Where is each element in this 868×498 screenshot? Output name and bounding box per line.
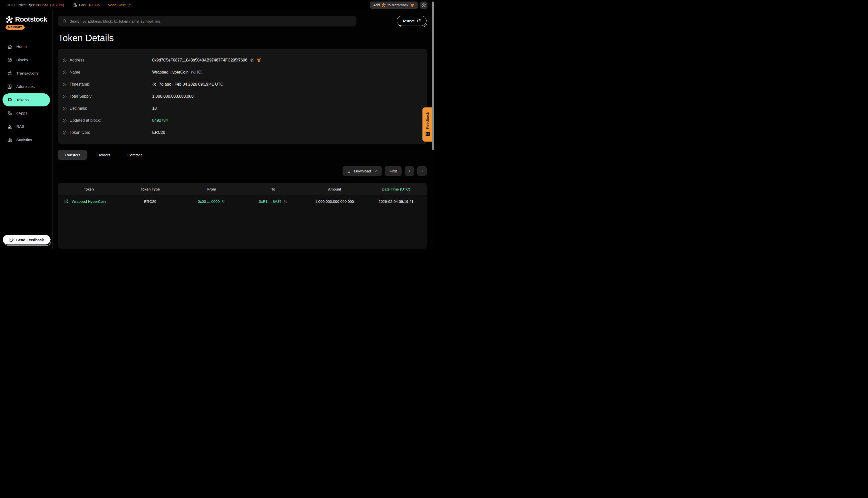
edit-document-icon xyxy=(9,237,14,242)
gas-label: Gas: xyxy=(79,3,87,7)
info-icon xyxy=(63,94,67,99)
detail-tabs: Transfers Holders Contract xyxy=(58,150,434,160)
download-icon xyxy=(347,169,351,173)
col-from: From xyxy=(181,187,242,191)
ras-icon xyxy=(7,124,13,129)
to-metamask-label: to Metamask xyxy=(388,3,409,7)
sidebar-item-home[interactable]: Home xyxy=(2,40,50,53)
transfers-table: Token Token Type From To Amount Date Tim… xyxy=(58,183,427,249)
home-icon xyxy=(7,44,13,50)
sidebar-item-label: Tokens xyxy=(16,97,29,102)
sidebar: Rootstock MAINNET Home Blocks Transactio… xyxy=(0,10,53,249)
timestamp-value: 7d ago | Feb 04 2026 09:19:41 UTC xyxy=(159,82,223,87)
sidebar-item-label: Statistics xyxy=(16,137,32,142)
row-to-link[interactable]: 0xE1 ... 8A35 xyxy=(259,199,282,204)
token-details-card: Address: 0x9d7C5eF087711043b5040AB97487F… xyxy=(58,49,427,144)
add-label: Add xyxy=(373,3,380,7)
sidebar-item-label: dApps xyxy=(16,111,27,116)
open-transfer-icon[interactable] xyxy=(64,199,68,204)
sidebar-item-blocks[interactable]: Blocks xyxy=(2,53,50,66)
page-title: Token Details xyxy=(58,33,434,43)
feedback-tab-label: Feedback xyxy=(425,112,430,129)
rootstock-widget-button[interactable] xyxy=(420,1,427,9)
testnet-button[interactable]: Testnet xyxy=(397,16,426,26)
address-value: 0x9d7C5eF087711043b5040AB97487F4FC295f76… xyxy=(152,58,247,63)
feedback-side-tab[interactable]: Feedback xyxy=(423,107,432,142)
updated-block-label: Updated at block: xyxy=(69,118,101,123)
sidebar-item-transactions[interactable]: Transactions xyxy=(2,67,50,80)
detail-row-decimals: Decimals: 18 xyxy=(63,102,427,115)
network-badge: MAINNET xyxy=(5,25,25,30)
search-input[interactable] xyxy=(69,19,352,23)
detail-row-timestamp: Timestamp: 7d ago | Feb 04 2026 09:19:41… xyxy=(63,78,427,90)
info-icon xyxy=(63,70,67,75)
row-token-link[interactable]: Wrapped HyperCoin xyxy=(72,199,106,204)
col-amount: Amount xyxy=(304,187,365,191)
addresses-icon xyxy=(7,84,13,89)
timestamp-label: Timestamp: xyxy=(69,82,90,87)
table-row: Wrapped HyperCoin ERC20 0x00 ... 0000 0x… xyxy=(58,195,427,208)
total-supply-value: 1,000,000,000,000,000 xyxy=(152,94,194,99)
gas-value: $0.036 xyxy=(88,3,100,7)
token-name-value: Wrapped HyperCoin xyxy=(152,70,189,75)
blocks-icon xyxy=(7,57,13,63)
download-button[interactable]: Download xyxy=(342,166,382,176)
gas-pump-icon xyxy=(73,3,77,7)
scrollbar-thumb[interactable] xyxy=(432,1,434,150)
add-to-metamask-button[interactable]: Add to Metamask xyxy=(370,1,418,9)
sidebar-item-label: Blocks xyxy=(16,58,28,62)
decimals-value: 18 xyxy=(152,106,157,111)
row-token-type: ERC20 xyxy=(119,199,181,204)
brand-name: Rootstock xyxy=(15,16,47,23)
sidebar-item-addresses[interactable]: Addresses xyxy=(2,80,50,93)
next-page-button[interactable] xyxy=(417,166,427,176)
need-gas-label: Need Gas? xyxy=(108,3,126,7)
address-label: Address: xyxy=(69,58,86,63)
copy-from-icon[interactable] xyxy=(222,199,225,203)
add-token-metamask-fox-icon[interactable] xyxy=(257,58,261,63)
row-datetime: 2026-02-04 09:19:41 xyxy=(365,199,427,204)
sidebar-item-ras[interactable]: RAS xyxy=(2,120,50,133)
rootstock-mini-icon xyxy=(381,3,386,7)
info-icon xyxy=(63,131,67,135)
sidebar-item-label: Transactions xyxy=(16,71,38,76)
send-feedback-button[interactable]: Send Feedback xyxy=(3,235,50,245)
tab-holders[interactable]: Holders xyxy=(91,150,117,160)
row-from-link[interactable]: 0x00 ... 0000 xyxy=(198,199,220,204)
need-gas-link[interactable]: Need Gas? xyxy=(108,3,131,7)
transactions-icon xyxy=(7,70,13,76)
tab-transfers[interactable]: Transfers xyxy=(58,150,87,160)
sidebar-item-dapps[interactable]: dApps xyxy=(2,107,50,120)
first-page-button[interactable]: First xyxy=(385,166,402,176)
main-content: Testnet Token Details Address: 0x9d7C5eF… xyxy=(53,10,434,249)
tab-contract[interactable]: Contract xyxy=(121,150,148,160)
dapps-icon xyxy=(7,110,13,116)
send-feedback-label: Send Feedback xyxy=(16,238,44,242)
search-icon xyxy=(62,19,67,23)
prev-page-button[interactable] xyxy=(405,166,414,176)
updated-block-link[interactable]: 8492784 xyxy=(152,118,168,123)
topbar: RBTC Price: $66,383.99 (-4.28%) Gas: $0.… xyxy=(0,0,434,10)
col-token-type: Token Type xyxy=(119,187,181,191)
table-toolbar: Download First xyxy=(58,166,427,176)
sidebar-item-tokens[interactable]: Tokens xyxy=(2,93,50,106)
rbtc-price-value: $66,383.99 xyxy=(29,3,48,7)
col-to: To xyxy=(242,187,304,191)
sidebar-item-label: Home xyxy=(16,44,27,49)
copy-address-icon[interactable] xyxy=(250,58,254,62)
rootstock-logo-icon xyxy=(5,16,13,23)
chevron-down-icon xyxy=(374,169,377,173)
sidebar-nav: Home Blocks Transactions Addresses Token… xyxy=(2,40,50,146)
rbtc-price-change: (-4.28%) xyxy=(50,3,64,7)
col-datetime[interactable]: Date Time (UTC) xyxy=(365,187,427,191)
detail-row-name: Name: Wrapped HyperCoin (wHC) xyxy=(63,66,427,78)
feedback-smiley-icon xyxy=(425,132,430,137)
sidebar-item-statistics[interactable]: Statistics xyxy=(2,133,50,146)
search-bar xyxy=(58,16,356,26)
copy-to-icon[interactable] xyxy=(284,199,287,203)
row-amount: 1,000,000,000,000,000 xyxy=(304,199,365,204)
brand: Rootstock MAINNET xyxy=(2,16,50,30)
testnet-label: Testnet xyxy=(402,19,414,23)
info-icon xyxy=(63,106,67,111)
detail-row-updated-block: Updated at block: 8492784 xyxy=(63,115,427,127)
